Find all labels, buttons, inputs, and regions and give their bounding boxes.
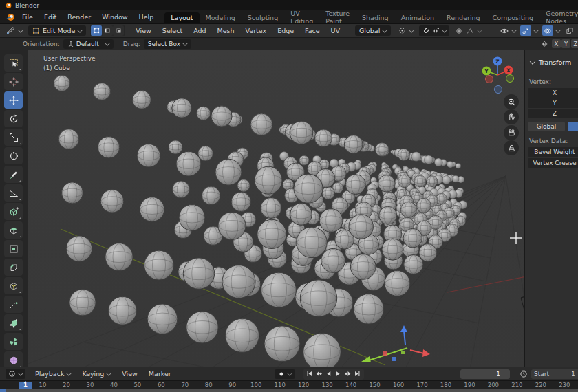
viewport-menu-edge[interactable]: Edge [272, 27, 299, 34]
menu-edit[interactable]: Edit [39, 13, 62, 21]
current-frame-indicator[interactable]: 1 [19, 382, 32, 389]
tool-select-box[interactable] [4, 54, 23, 72]
tool-inset-faces[interactable] [4, 240, 23, 257]
vertex-z-field[interactable]: Z [528, 109, 578, 118]
mode-selector[interactable]: Edit Mode [28, 25, 86, 36]
viewport[interactable]: User Perspective (1) Cube ZYX [28, 50, 524, 367]
viewport-menu-add[interactable]: Add [188, 27, 211, 34]
pivot-point-dropdown[interactable] [398, 26, 414, 35]
current-frame-field[interactable]: 1 [460, 369, 510, 379]
timeline-scrollbar[interactable] [0, 389, 578, 392]
frame-tick-220[interactable]: 220 [534, 382, 548, 389]
show-overlays-toggle[interactable] [542, 25, 553, 36]
show-gizmo-toggle[interactable] [520, 25, 531, 36]
tab-compositing[interactable]: Compositing [486, 12, 540, 23]
frame-tick-230[interactable]: 230 [557, 382, 571, 389]
viewport-menu-vertex[interactable]: Vertex [240, 27, 272, 34]
global-toggle[interactable]: Global [528, 122, 565, 131]
jump-to-end-button[interactable] [353, 369, 363, 379]
bevel-weight-field[interactable]: Bevel Weight [528, 147, 578, 157]
edge-select-mode-button[interactable] [102, 25, 113, 36]
viewport-canvas[interactable] [28, 50, 524, 367]
play-button[interactable] [334, 369, 343, 379]
tab-layout[interactable]: Layout [164, 12, 199, 23]
frame-tick-170[interactable]: 170 [416, 382, 429, 389]
jump-to-start-button[interactable] [305, 369, 314, 379]
viewport-menu-select[interactable]: Select [157, 27, 188, 34]
play-reverse-button[interactable] [324, 369, 334, 379]
visibility-dropdown[interactable] [500, 27, 516, 35]
tool-transform[interactable] [4, 147, 23, 164]
timeline-menu-marker[interactable]: Marker [143, 370, 177, 378]
tool-cursor[interactable] [4, 73, 23, 90]
tool-spin[interactable] [4, 333, 23, 350]
camera-view-button[interactable] [504, 125, 519, 140]
frame-tick-120[interactable]: 120 [297, 382, 310, 389]
frame-tick-20[interactable]: 20 [59, 382, 73, 389]
transform-panel-header[interactable]: Transform [528, 58, 571, 66]
frame-tick-110[interactable]: 110 [273, 382, 287, 389]
mirror-y-toggle[interactable]: Y [561, 39, 570, 48]
tab-animation[interactable]: Animation [395, 12, 440, 23]
frame-tick-150[interactable]: 150 [368, 382, 382, 389]
menu-render[interactable]: Render [62, 13, 96, 21]
tab-rendering[interactable]: Rendering [440, 12, 486, 23]
menu-window[interactable]: Window [96, 13, 133, 21]
frame-tick-80[interactable]: 80 [202, 382, 215, 389]
timeline-menu-keying[interactable]: Keying [76, 370, 116, 378]
tool-rotate[interactable] [4, 110, 23, 127]
frame-tick-70[interactable]: 70 [178, 382, 192, 389]
gizmo-axis-neg-x[interactable] [486, 76, 493, 83]
tool-move[interactable] [4, 91, 23, 109]
timeline-menu-playback[interactable]: Playback [30, 370, 76, 378]
tool-measure[interactable] [4, 184, 23, 202]
tool-annotate[interactable] [4, 166, 23, 183]
frame-tick-60[interactable]: 60 [154, 382, 168, 389]
viewport-menu-face[interactable]: Face [299, 27, 325, 34]
global-extra-toggle[interactable] [568, 122, 578, 131]
frame-tick-40[interactable]: 40 [107, 382, 120, 389]
tool-add-cube[interactable] [4, 203, 23, 220]
tool-loop-cut[interactable] [4, 277, 23, 294]
frame-tick-210[interactable]: 210 [510, 382, 524, 389]
auto-key-button[interactable] [275, 369, 295, 379]
viewport-menu-mesh[interactable]: Mesh [212, 27, 240, 34]
frame-tick-50[interactable]: 50 [131, 382, 144, 389]
start-frame-field[interactable]: Start 1 [531, 369, 578, 379]
viewport-menu-view[interactable]: View [130, 27, 157, 34]
frame-ruler[interactable]: 1 10203040506070809010011012013014015016… [0, 380, 578, 389]
gizmo-axis-neg-z[interactable] [495, 86, 502, 94]
vertex-x-field[interactable]: X [528, 88, 578, 98]
frame-tick-90[interactable]: 90 [226, 382, 239, 389]
frame-tick-190[interactable]: 190 [462, 382, 476, 389]
drag-dropdown[interactable]: Select Box [144, 39, 191, 49]
menu-help[interactable]: Help [133, 13, 160, 21]
frame-tick-180[interactable]: 180 [439, 382, 453, 389]
mirror-z-toggle[interactable]: Z [571, 39, 578, 48]
frame-tick-200[interactable]: 200 [486, 382, 500, 389]
active-tool-dropdown[interactable] [6, 26, 23, 35]
viewport-menu-uv[interactable]: UV [325, 27, 345, 34]
vertex-y-field[interactable]: Y [528, 98, 578, 108]
xray-toggle[interactable] [564, 25, 575, 36]
tab-shading[interactable]: Shading [356, 12, 395, 23]
pan-button[interactable] [504, 109, 519, 124]
tool-scale[interactable] [4, 129, 23, 146]
tab-sculpting[interactable]: Sculpting [242, 12, 284, 23]
blender-menu-icon[interactable] [6, 13, 15, 21]
tool-poly-build[interactable] [4, 314, 23, 331]
proportional-editing-controls[interactable] [455, 27, 482, 35]
face-select-mode-button[interactable] [113, 25, 124, 36]
transform-orientation-dropdown[interactable]: Global [355, 25, 391, 36]
next-keyframe-button[interactable] [343, 369, 353, 379]
orientation-dropdown[interactable]: Default [63, 39, 114, 49]
timeline-menu-view[interactable]: View [116, 370, 143, 378]
navigation-gizmo[interactable]: ZYX [478, 54, 517, 94]
tool-knife[interactable] [4, 296, 23, 313]
frame-tick-140[interactable]: 140 [344, 382, 358, 389]
frame-tick-100[interactable]: 100 [249, 382, 263, 389]
vertex-crease-field[interactable]: Vertex Crease [528, 158, 578, 168]
frame-tick-30[interactable]: 30 [83, 382, 97, 389]
prev-keyframe-button[interactable] [314, 369, 324, 379]
vertex-select-mode-button[interactable] [91, 25, 102, 36]
